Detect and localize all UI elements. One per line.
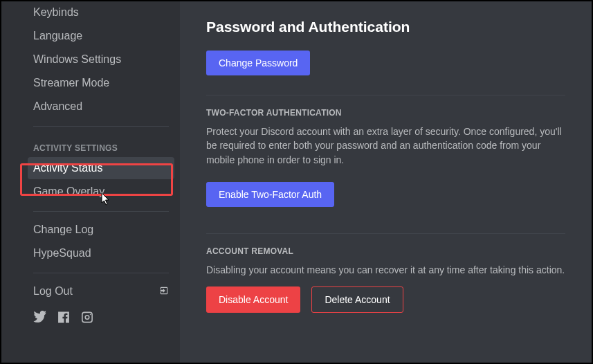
delete-account-button[interactable]: Delete Account [311, 286, 403, 313]
sidebar-item-change-log[interactable]: Change Log [28, 219, 174, 241]
sidebar-item-hypesquad[interactable]: HypeSquad [28, 242, 174, 264]
twitter-icon[interactable] [33, 311, 47, 327]
logout-label: Log Out [33, 285, 73, 298]
sidebar-item-logout[interactable]: Log Out [28, 280, 174, 302]
change-password-button[interactable]: Change Password [206, 51, 310, 75]
sidebar: Keybinds Language Windows Settings Strea… [1, 1, 180, 363]
sidebar-item-game-overlay[interactable]: Game Overlay [28, 181, 174, 203]
enable-twofa-button[interactable]: Enable Two-Factor Auth [206, 182, 334, 207]
disable-account-button[interactable]: Disable Account [206, 286, 300, 313]
sidebar-item-streamer-mode[interactable]: Streamer Mode [28, 72, 174, 94]
sidebar-divider [33, 273, 169, 273]
section-divider [206, 233, 565, 234]
page-title: Password and Authentication [206, 19, 565, 35]
twofa-header: TWO-FACTOR AUTHENTICATION [206, 108, 565, 118]
account-removal-description: Disabling your account means you can rec… [206, 263, 565, 277]
sidebar-item-activity-status[interactable]: Activity Status [28, 157, 174, 179]
social-icons [28, 304, 174, 335]
main-content: Password and Authentication Change Passw… [180, 1, 592, 363]
sidebar-item-windows-settings[interactable]: Windows Settings [28, 48, 174, 71]
account-removal-buttons: Disable Account Delete Account [206, 286, 565, 313]
instagram-icon[interactable] [80, 311, 94, 327]
section-divider [206, 95, 565, 95]
sidebar-item-language[interactable]: Language [28, 25, 174, 47]
facebook-icon[interactable] [57, 311, 71, 327]
sidebar-item-advanced[interactable]: Advanced [28, 95, 174, 118]
twofa-description: Protect your Discord account with an ext… [206, 125, 565, 167]
sidebar-header-activity: ACTIVITY SETTINGS [28, 139, 174, 157]
logout-icon [159, 286, 169, 298]
sidebar-divider [33, 211, 169, 212]
sidebar-divider [33, 126, 169, 127]
account-removal-header: ACCOUNT REMOVAL [206, 246, 565, 256]
sidebar-item-keybinds[interactable]: Keybinds [28, 1, 174, 24]
